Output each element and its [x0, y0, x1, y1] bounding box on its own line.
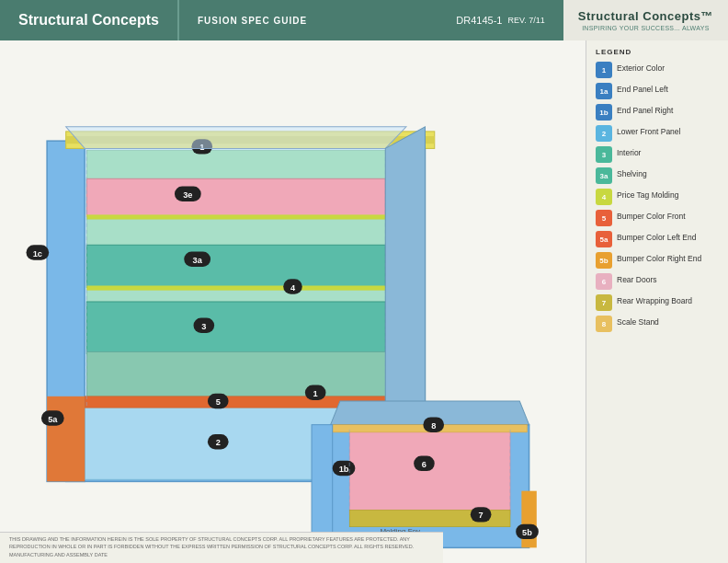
main-diagram: 3e 3a 4 3 2 5 — [9, 50, 576, 554]
svg-marker-39 — [385, 127, 425, 406]
brand-name: Structural Concepts™ — [578, 9, 713, 23]
legend-item-label: Bumper Color Front — [617, 210, 686, 222]
legend-item: 3aShelving — [596, 167, 719, 184]
svg-rect-11 — [86, 245, 385, 287]
svg-text:5b: 5b — [522, 528, 532, 537]
header-doc-id: DR4145-1 REV. 7/11 — [438, 0, 563, 40]
spec-guide-label: FUSION SPEC GUIDE — [198, 16, 307, 26]
legend-item: 5Bumper Color Front — [596, 210, 719, 226]
svg-text:6: 6 — [422, 460, 427, 469]
svg-rect-14 — [86, 286, 385, 291]
legend-item-label: Exterior Color — [617, 62, 665, 74]
legend-badge: 4 — [596, 189, 612, 205]
svg-text:5: 5 — [216, 397, 221, 407]
legend-badge: 2 — [596, 125, 612, 142]
legend-item: 6Rear Doors — [596, 273, 719, 290]
svg-rect-46 — [312, 425, 333, 548]
svg-rect-8 — [86, 214, 385, 219]
brand-tagline: INSPIRING YOUR SUCCESS... ALWAYS — [582, 25, 709, 31]
doc-ref: REV. 7/11 — [508, 16, 545, 25]
legend-item-label: Rear Wrapping Board — [617, 294, 692, 306]
svg-rect-20 — [86, 352, 385, 399]
legend-badge: 8 — [596, 316, 612, 332]
diagram-area: 3e 3a 4 3 2 5 — [0, 40, 586, 563]
legend-item: 1aEnd Panel Left — [596, 83, 719, 99]
legend-badge: 5b — [596, 252, 612, 269]
header-brand: Structural Concepts™ INSPIRING YOUR SUCC… — [563, 0, 728, 40]
legend-item: 4Price Tag Molding — [596, 189, 719, 205]
company-name: Structural Concepts — [18, 12, 159, 29]
legend-item-label: Lower Front Panel — [617, 125, 680, 137]
svg-text:1: 1 — [313, 389, 318, 398]
legend-badge: 7 — [596, 294, 612, 311]
legend-item: 1Exterior Color — [596, 62, 719, 78]
header: Structural Concepts FUSION SPEC GUIDE DR… — [0, 0, 728, 40]
footer-text-1: THIS DRAWING AND THE INFORMATION HEREIN … — [9, 536, 434, 550]
legend-item: 3Interior — [596, 146, 719, 163]
legend-badge: 1a — [596, 83, 612, 99]
legend-items-list: 1Exterior Color1aEnd Panel Left1bEnd Pan… — [596, 62, 719, 332]
legend-item-label: Interior — [617, 146, 641, 158]
header-title: Structural Concepts — [0, 0, 179, 40]
svg-rect-17 — [86, 302, 385, 354]
legend-panel: LEGEND 1Exterior Color1aEnd Panel Left1b… — [586, 40, 728, 563]
svg-text:8: 8 — [431, 421, 436, 431]
legend-badge: 3 — [596, 146, 612, 163]
legend-item-label: Shelving — [617, 167, 647, 179]
legend-item: 7Rear Wrapping Board — [596, 294, 719, 311]
legend-item: 8Scale Stand — [596, 316, 719, 332]
svg-text:2: 2 — [216, 438, 221, 447]
svg-text:3e: 3e — [183, 190, 192, 200]
footer-text-2: MANUFACTURING AND ASSEMBLY DATE — [9, 552, 434, 559]
legend-item: 1bEnd Panel Right — [596, 104, 719, 121]
legend-item: 2Lower Front Panel — [596, 125, 719, 142]
legend-badge: 1 — [596, 62, 612, 78]
legend-item-label: End Panel Right — [617, 104, 673, 116]
svg-rect-27 — [47, 396, 85, 482]
doc-id: DR4145-1 — [456, 15, 502, 26]
svg-text:5a: 5a — [48, 415, 58, 424]
svg-text:1b: 1b — [339, 465, 349, 474]
main-content: 3e 3a 4 3 2 5 — [0, 40, 728, 563]
svg-text:1c: 1c — [33, 249, 42, 259]
svg-text:7: 7 — [479, 511, 483, 520]
legend-badge: 3a — [596, 167, 612, 184]
legend-item-label: Bumper Color Right End — [617, 252, 701, 264]
svg-marker-38 — [66, 127, 406, 149]
svg-rect-7 — [86, 178, 385, 216]
svg-rect-41 — [349, 430, 510, 515]
svg-text:3: 3 — [201, 322, 206, 331]
header-subtitle: FUSION SPEC GUIDE — [179, 0, 325, 40]
svg-text:4: 4 — [290, 283, 296, 293]
legend-item-label: Rear Doors — [617, 273, 656, 285]
legend-item-label: Scale Stand — [617, 316, 659, 327]
legend-item-label: End Panel Left — [617, 83, 668, 95]
legend-item-label: Bumper Color Left End — [617, 231, 696, 243]
legend-badge: 5a — [596, 231, 612, 247]
legend-item: 5bBumper Color Right End — [596, 252, 719, 269]
legend-badge: 1b — [596, 104, 612, 121]
legend-title: LEGEND — [596, 48, 719, 56]
svg-text:3a: 3a — [192, 256, 202, 265]
legend-item-label: Price Tag Molding — [617, 189, 678, 201]
legend-badge: 6 — [596, 273, 612, 290]
footer-disclaimer: THIS DRAWING AND THE INFORMATION HEREIN … — [0, 532, 443, 563]
legend-badge: 5 — [596, 210, 612, 226]
legend-item: 5aBumper Color Left End — [596, 231, 719, 247]
